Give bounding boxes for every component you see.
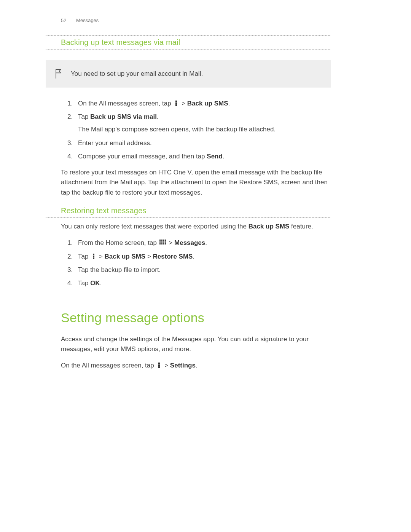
svg-rect-0	[175, 101, 177, 102]
svg-rect-12	[161, 243, 162, 244]
section-restoring-title: Restoring text messages	[46, 204, 331, 218]
page-header: 52 Messages	[46, 18, 331, 23]
svg-rect-8	[161, 241, 162, 243]
svg-rect-7	[159, 241, 161, 243]
restore-intro: You can only restore text messages that …	[46, 222, 331, 232]
svg-rect-18	[158, 363, 160, 364]
menu-dots-icon	[174, 99, 179, 105]
note-text: You need to set up your email account in…	[71, 70, 203, 78]
step-item: From the Home screen, tap > Messages.	[78, 238, 331, 248]
steps-list-restore: From the Home screen, tap > Messages. Ta…	[46, 238, 331, 288]
svg-rect-20	[158, 366, 160, 368]
step-item: Enter your email address.	[78, 138, 331, 148]
svg-rect-13	[163, 243, 164, 244]
settings-line: On the All messages screen, tap > Settin…	[46, 361, 331, 371]
document-page: 52 Messages Backing up text messages via…	[46, 18, 365, 371]
svg-rect-11	[159, 243, 161, 244]
svg-rect-4	[161, 240, 162, 241]
note-block: You need to set up your email account in…	[46, 60, 331, 88]
flag-icon	[52, 69, 65, 79]
svg-rect-6	[165, 240, 166, 241]
svg-rect-10	[165, 241, 166, 243]
svg-rect-15	[93, 254, 94, 255]
svg-rect-9	[163, 241, 164, 243]
step-item: Tap > Back up SMS > Restore SMS.	[78, 251, 331, 262]
svg-rect-16	[93, 256, 94, 257]
svg-rect-5	[163, 240, 164, 241]
svg-rect-14	[165, 243, 166, 244]
menu-dots-icon	[91, 252, 96, 258]
page-number: 52	[61, 18, 66, 23]
step-item: Tap OK.	[78, 278, 331, 288]
step-item: Compose your email message, and then tap…	[78, 151, 331, 161]
step-item: Tap Back up SMS via mail. The Mail app's…	[78, 112, 331, 134]
menu-dots-icon	[156, 361, 162, 367]
svg-rect-3	[159, 240, 161, 241]
steps-list-backup: On the All messages screen, tap > Back u…	[46, 98, 331, 161]
chapter-name: Messages	[76, 18, 99, 23]
apps-grid-icon	[159, 238, 166, 244]
svg-rect-19	[158, 364, 160, 366]
settings-paragraph: Access and change the settings of the Me…	[46, 334, 331, 355]
section-backing-up-title: Backing up text messages via mail	[46, 35, 331, 50]
step-item: On the All messages screen, tap > Back u…	[78, 98, 331, 109]
step-sub-text: The Mail app's compose screen opens, wit…	[78, 124, 331, 134]
svg-rect-17	[93, 257, 94, 259]
step-item: Tap the backup file to import.	[78, 265, 331, 275]
svg-rect-1	[175, 102, 177, 104]
section-setting-options-title: Setting message options	[46, 310, 331, 325]
svg-rect-2	[175, 104, 177, 106]
restore-paragraph: To restore your text messages on HTC One…	[46, 168, 331, 198]
